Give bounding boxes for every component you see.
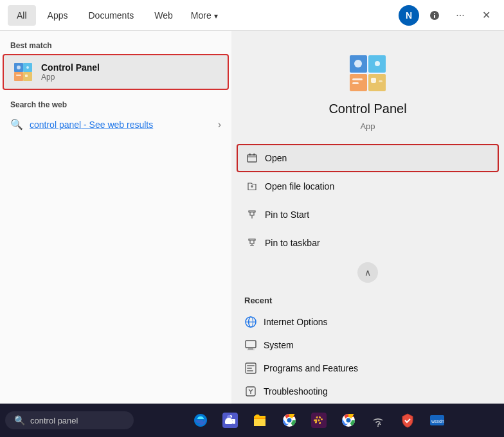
more-options-icon[interactable]: ···	[450, 5, 471, 26]
taskbar-search-input[interactable]	[30, 416, 120, 425]
svg-point-5	[17, 66, 21, 69]
collapse-button-area: ∧	[231, 257, 504, 288]
slack-icon[interactable]	[305, 407, 332, 434]
best-match-text: Control Panel App	[41, 62, 100, 82]
svg-rect-21	[249, 154, 251, 156]
wireless-icon[interactable]	[364, 407, 392, 434]
web-search-item[interactable]: 🔍 control panel - See web results ›	[3, 113, 229, 136]
system-icon	[244, 339, 257, 352]
svg-point-6	[26, 66, 29, 69]
svg-rect-13	[368, 74, 386, 91]
open-icon	[246, 152, 258, 165]
open-label: Open	[265, 153, 287, 163]
svg-rect-22	[253, 154, 255, 156]
best-match-subtitle: App	[41, 73, 100, 82]
svg-rect-25	[246, 341, 256, 348]
control-panel-icon	[12, 60, 35, 84]
pin-to-taskbar-label: Pin to taskbar	[265, 238, 320, 248]
close-icon[interactable]: ✕	[476, 5, 496, 26]
svg-rect-30	[247, 368, 252, 369]
best-match-item[interactable]: Control Panel App	[3, 54, 229, 90]
open-file-location-label: Open file location	[265, 181, 334, 192]
file-explorer-icon[interactable]	[246, 407, 273, 434]
antivirus-icon[interactable]	[394, 407, 421, 434]
svg-rect-18	[371, 78, 376, 83]
tab-documents[interactable]: Documents	[79, 5, 143, 26]
system-label: System	[264, 340, 294, 350]
wsxdn-icon[interactable]: wsxdn	[424, 407, 451, 434]
file-location-icon	[246, 180, 258, 193]
svg-point-15	[375, 61, 380, 66]
svg-point-40	[377, 425, 379, 427]
internet-options-icon	[244, 316, 257, 328]
svg-rect-29	[247, 365, 255, 366]
svg-rect-27	[247, 350, 255, 350]
pin-to-start-button[interactable]: Pin to Start	[237, 201, 499, 229]
svg-rect-19	[379, 80, 382, 82]
pin-start-icon	[246, 208, 258, 221]
svg-point-14	[354, 60, 362, 67]
internet-options-label: Internet Options	[264, 317, 328, 327]
svg-text:wsxdn: wsxdn	[431, 419, 444, 424]
open-file-location-button[interactable]: Open file location	[237, 172, 499, 201]
top-nav-right: N ··· ✕	[399, 5, 496, 26]
main-content: Best match	[0, 31, 504, 437]
programs-icon	[244, 362, 257, 375]
recent-system[interactable]: System	[237, 334, 499, 357]
svg-rect-20	[248, 155, 256, 162]
search-window: All Apps Documents Web More N ··· ✕ Best…	[0, 0, 504, 437]
web-search-label: Search the web	[0, 98, 231, 113]
taskbar-icons: wsxdn	[134, 407, 504, 434]
tab-all[interactable]: All	[8, 5, 36, 26]
collapse-button[interactable]: ∧	[357, 262, 378, 283]
left-panel: Best match	[0, 31, 231, 437]
tab-more[interactable]: More	[184, 5, 224, 26]
recent-label: Recent	[237, 293, 499, 310]
more-chevron-icon	[214, 10, 218, 21]
svg-rect-3	[14, 72, 23, 81]
svg-rect-26	[248, 348, 253, 350]
troubleshooting-label: Troubleshooting	[264, 386, 328, 397]
programs-label: Programs and Features	[264, 363, 358, 373]
teams-icon[interactable]	[217, 407, 244, 434]
recent-internet-options[interactable]: Internet Options	[237, 310, 499, 334]
troubleshooting-icon	[244, 385, 257, 398]
app-detail-header: Control Panel App	[231, 31, 504, 144]
web-search-text: control panel - See web results	[30, 120, 153, 130]
recent-programs[interactable]: Programs and Features	[237, 357, 499, 380]
app-detail-subtitle: App	[360, 121, 375, 131]
svg-rect-16	[352, 78, 363, 80]
feedback-icon[interactable]	[424, 5, 445, 26]
action-list: Open Open file location	[231, 144, 504, 257]
pin-taskbar-icon	[246, 236, 258, 249]
svg-rect-17	[352, 82, 359, 84]
tab-apps[interactable]: Apps	[39, 5, 77, 26]
chrome-icon[interactable]	[276, 407, 303, 434]
chrome2-icon[interactable]	[335, 407, 362, 434]
app-big-icon	[345, 50, 391, 96]
taskbar-search[interactable]: 🔍	[5, 411, 134, 429]
svg-rect-7	[16, 75, 21, 76]
svg-rect-8	[25, 75, 28, 77]
app-detail-title: Control Panel	[328, 102, 406, 116]
best-match-title: Control Panel	[41, 62, 100, 73]
edge-icon[interactable]	[187, 407, 214, 434]
taskbar: 🔍	[0, 404, 504, 437]
top-nav: All Apps Documents Web More N ··· ✕	[0, 0, 504, 31]
user-avatar[interactable]: N	[399, 5, 419, 26]
search-icon: 🔍	[10, 118, 23, 130]
taskbar-search-icon: 🔍	[14, 415, 25, 425]
pin-to-taskbar-button[interactable]: Pin to taskbar	[237, 229, 499, 257]
tab-web[interactable]: Web	[145, 5, 182, 26]
right-panel: Control Panel App Open	[231, 31, 504, 437]
web-arrow-icon: ›	[218, 119, 221, 130]
svg-rect-31	[247, 370, 253, 371]
pin-to-start-label: Pin to Start	[265, 210, 309, 220]
recent-troubleshooting[interactable]: Troubleshooting	[237, 380, 499, 403]
best-match-label: Best match	[0, 39, 231, 54]
open-button[interactable]: Open	[237, 144, 499, 172]
